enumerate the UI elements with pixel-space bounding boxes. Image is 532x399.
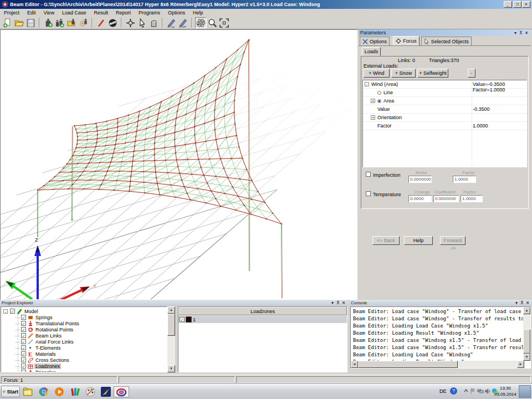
- restore-button[interactable]: ❐: [513, 1, 521, 8]
- taskbar-clock[interactable]: 13:30 03.05.2014: [494, 385, 516, 397]
- tree-checkbox[interactable]: ✓: [21, 333, 26, 338]
- tree-item-rotational-points[interactable]: ✓Rotational Points: [1, 327, 167, 333]
- coefficient-field[interactable]: 0.0000000: [433, 195, 459, 202]
- load-tree-row[interactable]: Value-0.3500: [363, 105, 526, 114]
- forward-button[interactable]: Forward =>: [440, 236, 466, 245]
- tree-checkbox[interactable]: ✓: [21, 315, 26, 320]
- tree-checkbox[interactable]: ✓: [21, 321, 26, 326]
- loadzone-row[interactable]: ✓1: [178, 316, 347, 323]
- menu-result[interactable]: Result: [90, 10, 112, 16]
- chrome-icon[interactable]: [38, 386, 49, 397]
- load-tree-row[interactable]: +Orientation: [363, 114, 526, 122]
- parameters-panel-titlebar[interactable]: Parameters ▾ ⊼ ✕: [359, 29, 531, 36]
- tray-help-icon[interactable]: ?: [450, 387, 457, 395]
- panel-menu-icon[interactable]: ▾: [514, 300, 519, 305]
- console-titlebar[interactable]: Console ▾ ⊼ ✕: [349, 300, 532, 306]
- palette-icon[interactable]: [85, 386, 96, 397]
- tree-item-triangles[interactable]: ✓Triangles: [1, 370, 167, 372]
- panel-menu-icon[interactable]: ▾: [513, 30, 518, 35]
- menu-edit[interactable]: Edit: [23, 10, 40, 16]
- tree-checkbox[interactable]: ✓: [10, 309, 15, 314]
- menu-load-case[interactable]: Load Case: [58, 10, 90, 16]
- panel-pin-icon[interactable]: ⊼: [335, 300, 341, 305]
- temperature-checkbox[interactable]: [366, 191, 371, 196]
- viewport-3d[interactable]: ZX: [0, 29, 357, 300]
- load-tree-row[interactable]: +Area: [363, 97, 526, 105]
- tree-item-springs[interactable]: ✓Springs: [1, 315, 167, 321]
- fit-icon[interactable]: [218, 17, 230, 28]
- tab-focus[interactable]: Focus: [393, 36, 420, 45]
- menu-programs[interactable]: Programs: [135, 10, 164, 16]
- panel-close-icon[interactable]: ✕: [524, 30, 529, 35]
- orbit-icon[interactable]: [195, 17, 207, 28]
- tray-volume-icon[interactable]: [484, 388, 491, 396]
- explorer-icon[interactable]: [22, 386, 33, 397]
- panel-close-icon[interactable]: ✕: [525, 300, 530, 305]
- project-explorer-tree[interactable]: -✓Model✓Springs✓Translational Points✓Rot…: [1, 306, 167, 372]
- pen-measure-icon[interactable]: [177, 17, 189, 28]
- scroll-up-icon[interactable]: ▲: [167, 306, 175, 314]
- stop-icon[interactable]: STOP: [107, 17, 119, 28]
- tree-item-loadzones[interactable]: ✓Loadzones: [1, 364, 167, 370]
- temperature-factor-field[interactable]: 1.0000: [461, 195, 483, 202]
- loadzones-header[interactable]: Loadzones: [178, 307, 347, 315]
- tree-item-axial-force-links[interactable]: ✓Axial Force Links: [1, 339, 167, 345]
- change-field[interactable]: 0.0000: [408, 195, 432, 202]
- open-folder-icon[interactable]: [13, 17, 25, 28]
- window-titlebar[interactable]: Beam Editor - G:\Synch\Archiv\Arbeit\Pla…: [0, 0, 532, 9]
- tree-item-model[interactable]: -✓Model: [1, 309, 167, 315]
- menu-report[interactable]: Report: [112, 10, 135, 16]
- load-tree-row[interactable]: Factor1.0000: [363, 122, 526, 130]
- scroll-right-icon[interactable]: ►: [517, 361, 524, 368]
- console-output[interactable]: Beam Editor: Load case "Windsog" - Trans…: [350, 306, 531, 369]
- add-loads-icon[interactable]: [54, 17, 66, 28]
- app-icon[interactable]: [2, 1, 8, 8]
- navigator-icon[interactable]: [100, 386, 111, 397]
- add-wind-button[interactable]: + Wind: [364, 69, 390, 78]
- remove-load-button[interactable]: -: [468, 69, 475, 78]
- tray-language[interactable]: DE: [439, 388, 447, 394]
- panel-pin-icon[interactable]: ⊼: [518, 30, 524, 35]
- scroll-up-icon[interactable]: ▲: [523, 307, 530, 314]
- tree-checkbox[interactable]: ✓: [21, 351, 26, 356]
- back-button[interactable]: <= Back: [372, 236, 400, 245]
- menu-help[interactable]: Help: [189, 10, 207, 16]
- imperfection-factor-field[interactable]: 1.0000: [453, 176, 476, 183]
- menu-options[interactable]: Options: [164, 10, 189, 16]
- pen-icon[interactable]: [166, 17, 177, 28]
- minimize-button[interactable]: _: [504, 1, 512, 8]
- panel-close-icon[interactable]: ✕: [341, 300, 346, 305]
- target-icon[interactable]: [125, 17, 136, 28]
- tree-item-translational-points[interactable]: ✓Translational Points: [1, 321, 167, 327]
- tab-loads[interactable]: Loads: [362, 47, 381, 56]
- close-button[interactable]: ✕: [522, 1, 530, 8]
- load-tree-row[interactable]: -Wind (Area)Value=-0.3500 Factor=1.0000: [363, 80, 526, 89]
- tree-checkbox[interactable]: ✓: [21, 364, 26, 369]
- grab-icon[interactable]: [148, 17, 160, 28]
- noise-field[interactable]: 0.0000000: [408, 176, 432, 183]
- scroll-down-icon[interactable]: ▼: [523, 354, 530, 361]
- player-icon[interactable]: [54, 386, 65, 397]
- tree-item-materials[interactable]: ✓EMaterials: [1, 351, 167, 357]
- books-icon[interactable]: [70, 386, 81, 397]
- menu-project[interactable]: Project: [0, 10, 23, 16]
- add-selfweight-button[interactable]: + Selfweight: [417, 69, 448, 78]
- tree-item-cross-sections[interactable]: ✓Cross Sections: [1, 357, 167, 364]
- loadzone-checkbox[interactable]: ✓: [180, 317, 185, 322]
- help-button[interactable]: Help: [404, 236, 433, 245]
- menu-view[interactable]: View: [40, 10, 58, 16]
- add-snow-button[interactable]: + Snow: [391, 69, 416, 78]
- tray-expand-icon[interactable]: [463, 388, 469, 395]
- panel-pin-icon[interactable]: ⊼: [519, 300, 525, 305]
- panel-menu-icon[interactable]: ▾: [330, 300, 335, 305]
- tab-options[interactable]: Options: [360, 37, 390, 45]
- cursor-icon[interactable]: [136, 17, 148, 28]
- console-vscrollbar[interactable]: ▲ ▼: [523, 307, 530, 361]
- tab-selected-objects[interactable]: Selected Objects: [421, 37, 472, 45]
- load-tree-grid[interactable]: -Wind (Area)Value=-0.3500 Factor=1.0000L…: [362, 80, 527, 167]
- show-desktop-button[interactable]: [519, 385, 531, 398]
- tray-flag-icon[interactable]: [469, 388, 476, 396]
- tree-checkbox[interactable]: ✓: [21, 357, 26, 362]
- save-icon[interactable]: [25, 17, 37, 28]
- scroll-left-icon[interactable]: ◄: [351, 361, 358, 368]
